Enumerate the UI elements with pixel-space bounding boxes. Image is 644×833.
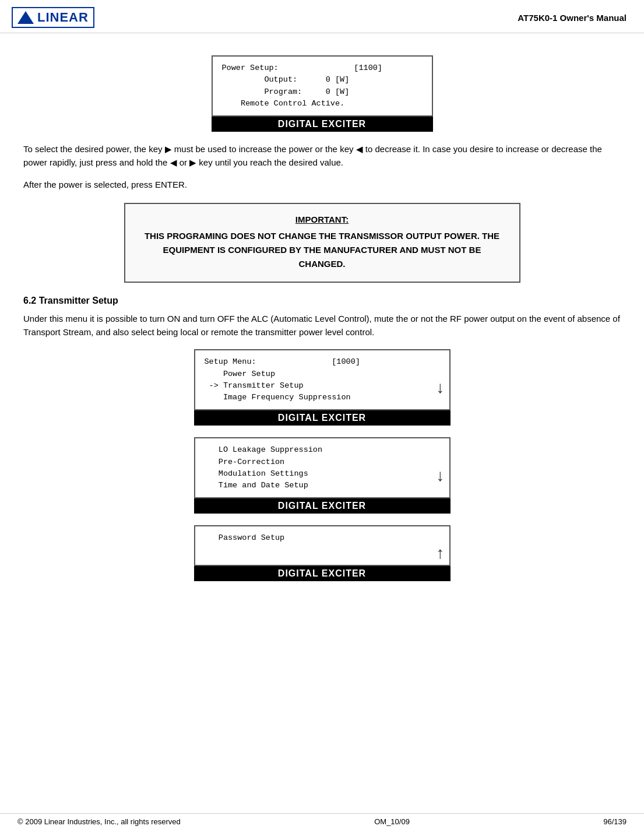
body-paragraph-1: To select the desired power, the key ▶ m… (23, 142, 621, 170)
section-heading-6-2: 6.2 Transmitter Setup (23, 296, 621, 306)
digital-exciter-label-3: DIGITAL EXCITER (194, 498, 451, 514)
terminal-box-2: Setup Menu: [1000] Power Setup -> Transm… (194, 349, 451, 410)
terminal-display-2: Setup Menu: [1000] Power Setup -> Transm… (194, 349, 451, 426)
terminal-box-1: Power Setup: [1100] Output: 0 [W] Progra… (212, 55, 433, 117)
important-box: IMPORTANT: THIS PROGRAMING DOES NOT CHAN… (124, 203, 520, 283)
logo-text: LINEAR (37, 10, 89, 25)
body-paragraph-3: Under this menu it is possible to turn O… (23, 312, 621, 339)
terminal-display-4: Password Setup ↑ DIGITAL EXCITER (194, 525, 451, 581)
terminal-display-3: LO Leakage Suppression Pre-Correction Mo… (194, 437, 451, 514)
logo-box: LINEAR (12, 7, 94, 28)
footer-page-number: 96/139 (603, 817, 627, 826)
logo-area: LINEAR (12, 7, 94, 28)
footer-doc-id: OM_10/09 (374, 817, 410, 826)
terminal-box-3: LO Leakage Suppression Pre-Correction Mo… (194, 437, 451, 498)
terminal-display-1: Power Setup: [1100] Output: 0 [W] Progra… (212, 55, 433, 132)
terminal-display-group: Setup Menu: [1000] Power Setup -> Transm… (23, 349, 621, 581)
scroll-up-arrow-icon: ↑ (437, 544, 445, 563)
important-body: THIS PROGRAMING DOES NOT CHANGE THE TRAN… (143, 229, 502, 271)
page-footer: © 2009 Linear Industries, Inc., all righ… (0, 813, 644, 826)
terminal-box-4: Password Setup (194, 525, 451, 566)
important-title: IMPORTANT: (143, 215, 502, 224)
main-content: Power Setup: [1100] Output: 0 [W] Progra… (0, 33, 644, 603)
page-header: LINEAR AT75K0-1 Owner's Manual (0, 0, 644, 33)
digital-exciter-label-1: DIGITAL EXCITER (212, 117, 433, 132)
digital-exciter-label-4: DIGITAL EXCITER (194, 566, 451, 581)
body-paragraph-2: After the power is selected, press ENTER… (23, 178, 621, 191)
digital-exciter-label-2: DIGITAL EXCITER (194, 410, 451, 426)
scroll-down-arrow-icon: ↓ (437, 378, 445, 397)
footer-copyright: © 2009 Linear Industries, Inc., all righ… (17, 817, 181, 826)
scroll-down-arrow-2-icon: ↓ (437, 466, 445, 485)
logo-triangle-icon (17, 11, 34, 24)
page-title: AT75K0-1 Owner's Manual (518, 13, 627, 23)
